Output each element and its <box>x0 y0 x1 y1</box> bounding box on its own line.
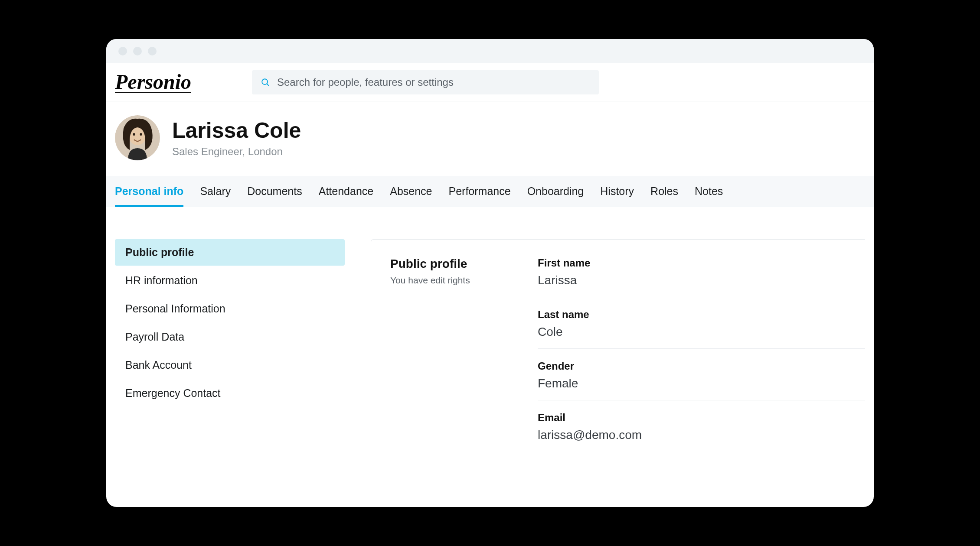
field-gender[interactable]: Gender Female <box>538 360 865 400</box>
search-field[interactable] <box>252 70 599 94</box>
brand-logo: Personio <box>115 72 191 93</box>
sidenav-item-payroll-data[interactable]: Payroll Data <box>115 324 345 350</box>
tab-personal-info[interactable]: Personal info <box>115 176 183 207</box>
app-window: Personio <box>106 39 874 507</box>
tab-documents[interactable]: Documents <box>247 176 302 207</box>
tabs: Personal info Salary Documents Attendanc… <box>106 176 874 207</box>
sidenav-item-hr-information[interactable]: HR information <box>115 267 345 294</box>
field-label: First name <box>538 257 865 269</box>
topbar: Personio <box>106 63 874 101</box>
svg-point-0 <box>262 79 268 84</box>
fields: First name Larissa Last name Cole Gender… <box>538 257 865 452</box>
sidenav-label: Payroll Data <box>125 331 184 343</box>
window-dot <box>133 47 142 55</box>
sidenav: Public profile HR information Personal I… <box>115 239 345 452</box>
tab-label: History <box>600 185 634 198</box>
field-label: Email <box>538 412 865 424</box>
avatar <box>115 115 160 160</box>
tab-label: Roles <box>650 185 678 198</box>
tab-roles[interactable]: Roles <box>650 176 678 207</box>
panel-title: Public profile <box>390 257 503 271</box>
svg-point-6 <box>140 133 142 136</box>
tab-label: Notes <box>695 185 723 198</box>
tab-history[interactable]: History <box>600 176 634 207</box>
tab-performance[interactable]: Performance <box>449 176 511 207</box>
field-last-name[interactable]: Last name Cole <box>538 309 865 349</box>
sidenav-label: Bank Account <box>125 359 192 371</box>
field-value: larissa@demo.com <box>538 428 865 442</box>
field-first-name[interactable]: First name Larissa <box>538 257 865 297</box>
svg-point-5 <box>133 133 135 136</box>
profile-subtitle: Sales Engineer, London <box>172 146 301 158</box>
tab-label: Salary <box>200 185 231 198</box>
tab-attendance[interactable]: Attendance <box>319 176 374 207</box>
tab-notes[interactable]: Notes <box>695 176 723 207</box>
sidenav-item-personal-information[interactable]: Personal Information <box>115 296 345 322</box>
sidenav-label: Personal Information <box>125 302 225 315</box>
field-email[interactable]: Email larissa@demo.com <box>538 412 865 452</box>
tab-label: Personal info <box>115 185 183 198</box>
field-value: Larissa <box>538 273 865 287</box>
tab-label: Documents <box>247 185 302 198</box>
sidenav-item-emergency-contact[interactable]: Emergency Contact <box>115 380 345 406</box>
sidenav-item-public-profile[interactable]: Public profile <box>115 239 345 266</box>
tab-label: Onboarding <box>527 185 584 198</box>
field-value: Female <box>538 377 865 390</box>
tab-label: Absence <box>390 185 432 198</box>
sidenav-label: Emergency Contact <box>125 387 221 399</box>
browser-chrome <box>106 39 874 63</box>
window-dot <box>118 47 127 55</box>
profile-header: Larissa Cole Sales Engineer, London <box>106 101 874 176</box>
field-label: Gender <box>538 360 865 372</box>
sidenav-item-bank-account[interactable]: Bank Account <box>115 352 345 378</box>
window-dot <box>148 47 157 55</box>
tab-label: Attendance <box>319 185 374 198</box>
svg-line-1 <box>267 84 269 86</box>
tab-salary[interactable]: Salary <box>200 176 231 207</box>
tab-onboarding[interactable]: Onboarding <box>527 176 584 207</box>
panel-heading: Public profile You have edit rights <box>390 257 503 452</box>
sidenav-label: HR information <box>125 274 198 286</box>
tab-absence[interactable]: Absence <box>390 176 432 207</box>
profile-name: Larissa Cole <box>172 118 301 143</box>
field-label: Last name <box>538 309 865 321</box>
tab-label: Performance <box>449 185 511 198</box>
profile-text: Larissa Cole Sales Engineer, London <box>172 118 301 158</box>
panel-subtitle: You have edit rights <box>390 275 503 286</box>
field-value: Cole <box>538 325 865 339</box>
content: Public profile HR information Personal I… <box>106 207 874 452</box>
sidenav-label: Public profile <box>125 246 194 258</box>
search-input[interactable] <box>277 76 590 88</box>
search-icon <box>261 78 270 87</box>
detail-panel: Public profile You have edit rights Firs… <box>371 239 865 452</box>
